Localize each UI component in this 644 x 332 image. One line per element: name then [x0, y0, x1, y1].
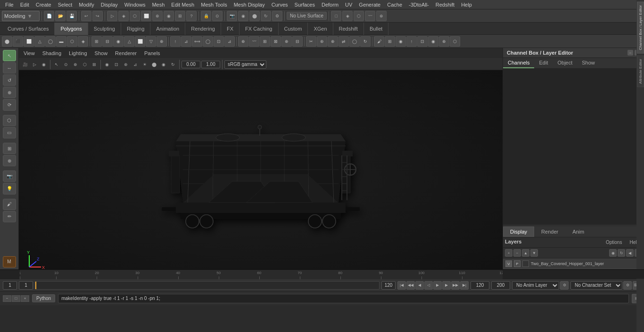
- open-btn[interactable]: 📂: [55, 11, 66, 21]
- menu-select[interactable]: Select: [55, 1, 76, 8]
- menu-edit-mesh[interactable]: Edit Mesh: [168, 1, 198, 8]
- menu-mesh[interactable]: Mesh: [149, 1, 168, 8]
- menu-3dtoall[interactable]: -3DtoAll-: [405, 1, 432, 8]
- fill-hole-btn[interactable]: ⊕: [157, 36, 167, 47]
- char-set-opt-btn[interactable]: ⚙: [623, 281, 632, 290]
- dt-tab-display[interactable]: Display: [503, 227, 534, 237]
- menu-deform[interactable]: Deform: [318, 1, 342, 8]
- snap-btn[interactable]: ⊕: [152, 11, 163, 21]
- vp-menu-shading[interactable]: Shading: [41, 50, 62, 57]
- dt-tab-render[interactable]: Render: [534, 227, 565, 237]
- special-btn[interactable]: ⬡: [67, 36, 77, 47]
- new-scene-btn[interactable]: 📄: [44, 11, 54, 21]
- play-fwd-btn[interactable]: ▶: [433, 281, 442, 290]
- redo-btn[interactable]: ↪: [92, 11, 103, 21]
- menu-file[interactable]: File: [2, 1, 17, 8]
- tab-bullet[interactable]: Bullet: [364, 23, 389, 35]
- combine-btn[interactable]: ⊞: [91, 36, 102, 47]
- tab-curves-surfaces[interactable]: Curves / Surfaces: [2, 23, 55, 35]
- win-close[interactable]: ×: [21, 295, 29, 302]
- win-minimize[interactable]: −: [3, 295, 11, 302]
- q-btn[interactable]: ?: [186, 11, 197, 21]
- vt-disp7[interactable]: ◉: [159, 60, 168, 69]
- lock-btn[interactable]: 🔒: [201, 11, 211, 21]
- tab-animation[interactable]: Animation: [150, 23, 185, 35]
- vt-disp2[interactable]: ⊡: [112, 60, 121, 69]
- circularize-btn[interactable]: ◯: [349, 36, 360, 47]
- menu-generate[interactable]: Generate: [355, 1, 384, 8]
- menu-display[interactable]: Display: [98, 1, 121, 8]
- merge-btn[interactable]: ⊠: [271, 36, 281, 47]
- insert-loop-btn[interactable]: ⊕: [238, 36, 248, 47]
- layer-dn-btn[interactable]: ▼: [530, 249, 538, 257]
- cam-btn[interactable]: 📷: [227, 11, 237, 21]
- sphere-btn[interactable]: ⬤: [2, 36, 12, 47]
- xray-btn[interactable]: ◉: [396, 36, 406, 47]
- menu-edit[interactable]: Edit: [17, 1, 33, 8]
- soft-select-btn[interactable]: ⬡: [3, 115, 16, 126]
- vt-sel5[interactable]: ⊞: [90, 60, 99, 69]
- vt-disp3[interactable]: ⊕: [122, 60, 130, 69]
- lasso-btn[interactable]: ◈: [118, 11, 129, 21]
- separate-btn[interactable]: ⊟: [102, 36, 113, 47]
- command-input[interactable]: [58, 294, 629, 303]
- ch-tab-channels[interactable]: Channels: [503, 58, 534, 68]
- bevel-btn[interactable]: ⊿: [181, 36, 191, 47]
- tab-sculpting[interactable]: Sculpting: [88, 23, 121, 35]
- vt-sel3[interactable]: ⊕: [71, 60, 80, 69]
- snap-grid-btn[interactable]: ⊞: [3, 143, 16, 154]
- menu-curves[interactable]: Curves: [268, 1, 291, 8]
- play-back-btn[interactable]: ◁: [424, 281, 433, 290]
- paint-select-btn[interactable]: 🖌: [374, 36, 384, 47]
- menu-help[interactable]: Help: [458, 1, 475, 8]
- ipr-btn[interactable]: ⬤: [249, 11, 260, 21]
- target-weld-btn[interactable]: ⊕: [281, 36, 292, 47]
- uv-editor-btn[interactable]: ⊞: [385, 36, 395, 47]
- layer-del-btn[interactable]: −: [513, 249, 521, 257]
- vt-sel2[interactable]: ⊙: [62, 60, 70, 69]
- cone-btn[interactable]: △: [34, 36, 45, 47]
- cube-btn[interactable]: ⬛: [13, 36, 23, 47]
- ch-tab-object[interactable]: Object: [553, 58, 577, 68]
- wedge-btn[interactable]: ⊿: [224, 36, 235, 47]
- panel-float-btn[interactable]: −: [627, 50, 633, 56]
- menu-uv[interactable]: UV: [342, 1, 355, 8]
- extrude-btn[interactable]: ↑: [170, 36, 181, 47]
- edge-tab-attr-editor[interactable]: Attribute Editor: [637, 56, 644, 87]
- torus-btn[interactable]: ◯: [45, 36, 56, 47]
- magnet-btn[interactable]: ◉: [164, 11, 174, 21]
- poke-btn[interactable]: ⊛: [317, 36, 327, 47]
- maya-logo-btn[interactable]: M: [3, 256, 16, 267]
- go-start-btn[interactable]: |◀: [397, 281, 406, 290]
- ch-tab-edit[interactable]: Edit: [534, 58, 553, 68]
- vp-menu-lighting[interactable]: Lighting: [68, 50, 88, 57]
- paint-btn[interactable]: ⬡: [130, 11, 140, 21]
- bridge-btn[interactable]: ⟺: [192, 36, 202, 47]
- triangulate-btn[interactable]: △: [124, 36, 134, 47]
- vt-cam1[interactable]: 🎥: [21, 60, 29, 69]
- ch-tab-show[interactable]: Show: [577, 58, 600, 68]
- vt-disp6[interactable]: ⬤: [150, 60, 158, 69]
- manip-btn[interactable]: ⊕: [376, 11, 387, 21]
- menu-mesh-tools[interactable]: Mesh Tools: [198, 1, 230, 8]
- current-frame-input[interactable]: [19, 281, 33, 290]
- vt-disp4[interactable]: ⊿: [131, 60, 140, 69]
- mirror-btn[interactable]: ⇌: [339, 36, 349, 47]
- timeline-ruler[interactable]: 1102030405060708090100110120: [20, 270, 503, 279]
- no-live-surface-btn[interactable]: No Live Surface: [287, 12, 327, 20]
- workspace-dropdown[interactable]: Modeling ▼: [2, 11, 40, 21]
- plane-btn[interactable]: ▬: [56, 36, 66, 47]
- select-tool-btn[interactable]: ↖: [3, 50, 16, 61]
- svg-btn[interactable]: ◈: [78, 36, 88, 47]
- menu-create[interactable]: Create: [33, 1, 55, 8]
- poly-btn[interactable]: ◈: [342, 11, 353, 21]
- timeline-bar[interactable]: [35, 281, 380, 290]
- sculpt-btn[interactable]: ✏: [3, 211, 16, 222]
- vt-disp5[interactable]: ☀: [140, 60, 149, 69]
- prev-key-btn[interactable]: ◀◀: [406, 281, 415, 290]
- save-btn[interactable]: 💾: [66, 11, 77, 21]
- conform-btn[interactable]: ⬡: [450, 36, 460, 47]
- cylinder-btn[interactable]: ⬜: [24, 36, 34, 47]
- next-key-btn[interactable]: ▶▶: [451, 281, 460, 290]
- step-fwd-btn[interactable]: ▶: [442, 281, 451, 290]
